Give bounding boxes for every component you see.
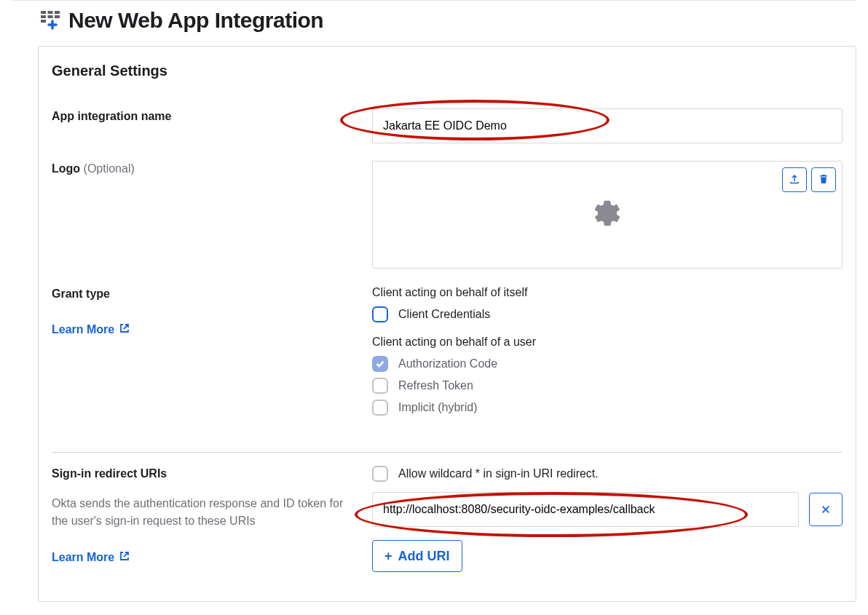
svg-rect-6 [41, 20, 46, 23]
auth-code-checkbox[interactable] [372, 356, 388, 372]
auth-code-label: Authorization Code [398, 357, 497, 370]
implicit-checkbox[interactable] [372, 400, 388, 416]
grant-self-heading: Client acting on behalf of itself [372, 286, 843, 299]
svg-rect-1 [48, 11, 53, 14]
plus-icon: + [384, 549, 392, 564]
grant-type-row: Grant type Learn More [52, 277, 843, 437]
app-name-row: App integration name [52, 100, 843, 152]
learn-more-redirect-link[interactable]: Learn More [52, 550, 130, 565]
divider [52, 452, 843, 453]
client-credentials-checkbox[interactable] [372, 306, 388, 322]
add-uri-button[interactable]: + Add URI [372, 540, 462, 572]
svg-rect-4 [48, 15, 53, 18]
app-grid-icon [41, 11, 60, 30]
app-name-label: App integration name [52, 108, 355, 124]
redirect-help-text: Okta sends the authentication response a… [52, 495, 355, 530]
remove-uri-button[interactable] [809, 493, 843, 526]
svg-rect-2 [55, 11, 60, 14]
optional-label: (Optional) [84, 162, 135, 175]
delete-logo-button[interactable] [811, 167, 836, 192]
app-name-input[interactable] [372, 108, 843, 143]
implicit-label: Implicit (hybrid) [398, 401, 477, 414]
external-link-icon [119, 550, 130, 565]
gear-icon [592, 198, 623, 231]
refresh-token-label: Refresh Token [398, 379, 473, 392]
redirect-row: Sign-in redirect URIs Okta sends the aut… [52, 457, 843, 581]
wildcard-label: Allow wildcard * in sign-in URI redirect… [398, 467, 599, 480]
logo-row: Logo (Optional) [52, 152, 843, 277]
general-settings-card: General Settings App integration name Lo… [38, 46, 856, 602]
section-title: General Settings [52, 63, 843, 79]
external-link-icon [119, 322, 130, 337]
page-title: New Web App Integration [68, 8, 323, 33]
trash-icon [818, 173, 829, 187]
svg-rect-5 [55, 15, 60, 18]
upload-icon [789, 173, 800, 187]
redirect-label: Sign-in redirect URIs [52, 466, 355, 482]
svg-rect-3 [41, 15, 46, 18]
logo-label: Logo (Optional) [52, 161, 355, 177]
grant-type-label: Grant type [52, 286, 355, 302]
refresh-token-checkbox[interactable] [372, 378, 388, 394]
close-icon [821, 501, 831, 518]
client-credentials-label: Client Credentials [398, 308, 490, 321]
redirect-uri-input[interactable] [372, 492, 799, 527]
learn-more-grant-link[interactable]: Learn More [52, 322, 130, 337]
svg-rect-0 [41, 11, 46, 14]
logo-preview-box [372, 161, 843, 269]
wildcard-checkbox[interactable] [372, 466, 388, 482]
upload-logo-button[interactable] [782, 167, 807, 192]
grant-user-heading: Client acting on behalf of a user [372, 336, 843, 349]
